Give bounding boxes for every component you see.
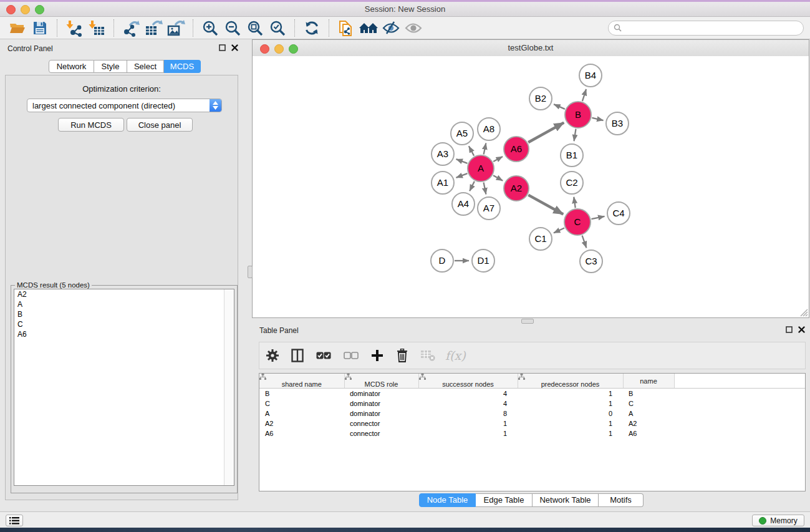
zoom-in-button[interactable]	[199, 19, 221, 37]
table-row[interactable]: Adominator80A	[259, 409, 805, 418]
graph-node-label: A8	[483, 123, 494, 134]
tab-node-table[interactable]: Node Table	[419, 493, 476, 507]
global-search-input[interactable]	[625, 23, 798, 33]
network-close-button[interactable]	[260, 44, 269, 54]
graph-edge[interactable]	[582, 236, 587, 248]
export-network-button[interactable]	[120, 19, 142, 37]
select-all-button[interactable]	[314, 346, 333, 365]
graph-edge[interactable]	[456, 159, 468, 163]
export-network-icon	[122, 19, 140, 37]
graph-node-label: A6	[511, 143, 522, 154]
first-neighbors-icon	[358, 21, 379, 36]
task-history-button[interactable]	[6, 515, 23, 526]
column-header-mcds-role[interactable]: MCDS role	[344, 374, 418, 389]
first-neighbors-button[interactable]	[357, 19, 380, 37]
memory-button[interactable]: Memory	[752, 515, 804, 526]
apply-layout-button[interactable]	[301, 19, 323, 37]
delete-table-button[interactable]	[419, 346, 436, 365]
graph-node-label: D	[439, 255, 446, 266]
graph-edge[interactable]	[528, 123, 564, 143]
clone-network-icon	[337, 19, 355, 37]
splitter-handle-vertical[interactable]	[248, 266, 253, 278]
graph-edge[interactable]	[592, 118, 603, 120]
clone-network-button[interactable]	[335, 19, 357, 37]
graph-edge[interactable]	[528, 195, 563, 215]
graph-edge[interactable]	[493, 175, 503, 181]
function-builder-button[interactable]: f(x)	[445, 349, 466, 362]
minimize-window-button[interactable]	[21, 5, 30, 14]
show-all-button[interactable]	[402, 19, 425, 37]
deselect-all-button[interactable]	[342, 346, 360, 365]
tab-mcds[interactable]: MCDS	[164, 60, 201, 73]
run-mcds-button[interactable]: Run MCDS	[58, 118, 124, 132]
graph-node-label: B2	[535, 93, 546, 104]
open-session-button[interactable]	[6, 19, 29, 37]
graph-edge[interactable]	[591, 216, 604, 219]
float-panel-icon[interactable]	[786, 326, 793, 333]
deselect-all-icon	[344, 352, 359, 359]
graph-edge[interactable]	[574, 197, 575, 208]
column-header-predecessor-nodes[interactable]: predecessor nodes	[518, 374, 623, 389]
scrollbar-track[interactable]	[224, 289, 234, 485]
graph-edge[interactable]	[469, 146, 474, 155]
export-table-button[interactable]	[142, 19, 165, 37]
mcds-result-item[interactable]: A2	[14, 289, 234, 299]
column-header-shared-name[interactable]: shared name	[259, 374, 344, 389]
column-header-successor-nodes[interactable]: successor nodes	[418, 374, 518, 389]
tab-edge-table[interactable]: Edge Table	[476, 493, 533, 507]
delete-column-button[interactable]	[394, 346, 410, 365]
export-image-button[interactable]	[165, 19, 187, 37]
table-row[interactable]: A2connector11A2	[259, 418, 805, 428]
network-window-title: testGlobe.txt	[253, 40, 809, 56]
zoom-fit-icon	[246, 19, 264, 37]
table-row[interactable]: A6connector11A6	[259, 428, 805, 438]
network-zoom-button[interactable]	[289, 44, 298, 54]
close-panel-button[interactable]: Close panel	[127, 118, 193, 132]
import-table-button[interactable]	[85, 19, 108, 37]
graph-node-label: B	[575, 109, 581, 120]
tab-motifs[interactable]: Motifs	[599, 493, 644, 507]
graph-edge[interactable]	[582, 89, 586, 101]
tab-select[interactable]: Select	[127, 60, 164, 73]
zoom-selected-button[interactable]	[266, 19, 289, 37]
graph-edge[interactable]	[574, 129, 576, 142]
close-panel-icon[interactable]	[231, 44, 238, 51]
mcds-result-item[interactable]: C	[14, 319, 234, 329]
graph-edge[interactable]	[484, 183, 486, 195]
tab-style[interactable]: Style	[94, 60, 127, 73]
tab-network-table[interactable]: Network Table	[533, 493, 599, 507]
hide-selected-icon	[382, 21, 400, 36]
graph-node-label: A3	[437, 148, 448, 159]
graph-edge[interactable]	[493, 157, 503, 162]
network-canvas[interactable]: B4B2BB3A5A8A6A3B1AA1C2A2A4A7CC1C4C3DD1	[253, 56, 809, 317]
resize-grip-icon[interactable]	[798, 307, 808, 317]
close-window-button[interactable]	[6, 5, 16, 14]
add-column-button[interactable]	[369, 346, 385, 365]
hide-selected-button[interactable]	[380, 19, 402, 37]
zoom-out-button[interactable]	[221, 19, 244, 37]
tree-icon	[345, 374, 352, 380]
zoom-window-button[interactable]	[35, 5, 44, 14]
graph-edge[interactable]	[554, 104, 565, 109]
column-header-name[interactable]: name	[623, 374, 674, 389]
float-panel-icon[interactable]	[219, 44, 226, 51]
graph-edge[interactable]	[554, 228, 564, 233]
mcds-result-item[interactable]: A6	[14, 329, 234, 339]
close-panel-icon[interactable]	[798, 326, 805, 333]
criterion-select[interactable]: largest connected component (directed)	[27, 99, 222, 112]
mcds-result-item[interactable]: A	[14, 299, 234, 309]
tab-network[interactable]: Network	[49, 60, 94, 73]
table-row[interactable]: Cdominator41C	[259, 399, 805, 409]
graph-edge[interactable]	[484, 143, 486, 155]
graph-edge[interactable]	[456, 173, 468, 178]
toolbar-separator	[57, 19, 57, 37]
table-row[interactable]: Bdominator41B	[259, 389, 805, 399]
import-network-button[interactable]	[63, 19, 85, 37]
zoom-fit-button[interactable]	[244, 19, 266, 37]
table-settings-button[interactable]	[264, 346, 281, 365]
mcds-result-item[interactable]: B	[14, 309, 234, 319]
network-minimize-button[interactable]	[274, 44, 284, 54]
show-columns-button[interactable]	[289, 346, 306, 365]
graph-edge[interactable]	[470, 181, 475, 191]
save-session-button[interactable]	[29, 19, 51, 37]
